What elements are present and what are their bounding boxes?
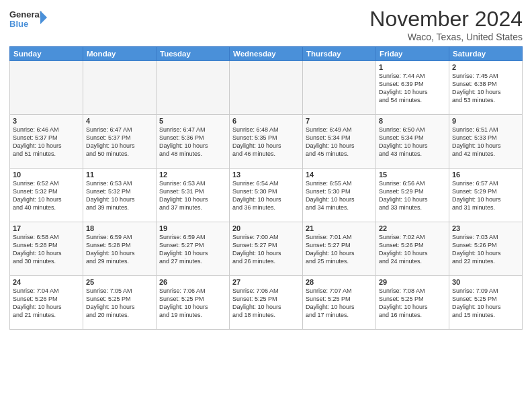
day-number: 29 bbox=[379, 278, 446, 286]
calendar-cell-w3-d6: 16Sunrise: 6:57 AM Sunset: 5:29 PM Dayli… bbox=[449, 169, 523, 222]
calendar-cell-w1-d0 bbox=[10, 61, 83, 115]
day-number: 15 bbox=[379, 171, 446, 179]
day-info: Sunrise: 6:59 AM Sunset: 5:27 PM Dayligh… bbox=[159, 233, 226, 266]
calendar-table: SundayMondayTuesdayWednesdayThursdayFrid… bbox=[9, 46, 523, 330]
day-number: 16 bbox=[452, 171, 519, 179]
day-number: 20 bbox=[232, 224, 300, 232]
calendar-cell-w4-d1: 18Sunrise: 6:59 AM Sunset: 5:28 PM Dayli… bbox=[83, 222, 157, 276]
day-number: 28 bbox=[306, 278, 373, 286]
day-number: 13 bbox=[232, 171, 300, 179]
calendar-cell-w2-d4: 7Sunrise: 6:49 AM Sunset: 5:34 PM Daylig… bbox=[303, 115, 376, 169]
calendar-cell-w1-d2 bbox=[157, 61, 230, 115]
day-info: Sunrise: 7:06 AM Sunset: 5:25 PM Dayligh… bbox=[159, 287, 226, 320]
day-info: Sunrise: 6:47 AM Sunset: 5:37 PM Dayligh… bbox=[86, 126, 153, 158]
calendar-cell-w2-d2: 5Sunrise: 6:47 AM Sunset: 5:36 PM Daylig… bbox=[157, 115, 230, 169]
day-info: Sunrise: 7:00 AM Sunset: 5:27 PM Dayligh… bbox=[232, 233, 300, 266]
calendar-cell-w5-d0: 24Sunrise: 7:04 AM Sunset: 5:26 PM Dayli… bbox=[10, 276, 83, 330]
day-number: 10 bbox=[13, 171, 80, 179]
calendar-cell-w3-d2: 12Sunrise: 6:53 AM Sunset: 5:31 PM Dayli… bbox=[157, 169, 230, 222]
day-number: 26 bbox=[159, 278, 226, 286]
day-number: 7 bbox=[306, 117, 373, 125]
calendar-cell-w5-d5: 29Sunrise: 7:08 AM Sunset: 5:25 PM Dayli… bbox=[376, 276, 449, 330]
calendar-cell-w3-d4: 14Sunrise: 6:55 AM Sunset: 5:30 PM Dayli… bbox=[303, 169, 376, 222]
day-info: Sunrise: 6:59 AM Sunset: 5:28 PM Dayligh… bbox=[86, 233, 153, 266]
day-number: 1 bbox=[379, 63, 446, 71]
day-number: 3 bbox=[13, 117, 80, 125]
day-number: 8 bbox=[379, 117, 446, 125]
day-info: Sunrise: 6:58 AM Sunset: 5:28 PM Dayligh… bbox=[13, 233, 80, 266]
weekday-header-sunday: Sunday bbox=[10, 47, 83, 61]
calendar-cell-w5-d3: 27Sunrise: 7:06 AM Sunset: 5:25 PM Dayli… bbox=[230, 276, 303, 330]
logo-general-text: General bbox=[9, 9, 42, 19]
day-info: Sunrise: 7:06 AM Sunset: 5:25 PM Dayligh… bbox=[232, 287, 300, 320]
weekday-header-row: SundayMondayTuesdayWednesdayThursdayFrid… bbox=[10, 47, 523, 61]
calendar-cell-w4-d4: 21Sunrise: 7:01 AM Sunset: 5:27 PM Dayli… bbox=[303, 222, 376, 276]
calendar-cell-w4-d0: 17Sunrise: 6:58 AM Sunset: 5:28 PM Dayli… bbox=[10, 222, 83, 276]
day-number: 18 bbox=[86, 224, 153, 232]
logo-blue-text: Blue bbox=[9, 19, 28, 29]
weekday-header-wednesday: Wednesday bbox=[230, 47, 303, 61]
calendar-cell-w1-d4 bbox=[303, 61, 376, 115]
calendar-cell-w3-d1: 11Sunrise: 6:53 AM Sunset: 5:32 PM Dayli… bbox=[83, 169, 157, 222]
day-info: Sunrise: 7:05 AM Sunset: 5:25 PM Dayligh… bbox=[86, 287, 153, 320]
calendar-cell-w5-d6: 30Sunrise: 7:09 AM Sunset: 5:25 PM Dayli… bbox=[449, 276, 523, 330]
day-info: Sunrise: 7:03 AM Sunset: 5:26 PM Dayligh… bbox=[452, 233, 519, 266]
calendar-cell-w2-d6: 9Sunrise: 6:51 AM Sunset: 5:33 PM Daylig… bbox=[449, 115, 523, 169]
calendar-cell-w3-d5: 15Sunrise: 6:56 AM Sunset: 5:29 PM Dayli… bbox=[376, 169, 449, 222]
weekday-header-friday: Friday bbox=[376, 47, 449, 61]
day-number: 23 bbox=[452, 224, 519, 232]
calendar-cell-w3-d0: 10Sunrise: 6:52 AM Sunset: 5:32 PM Dayli… bbox=[10, 169, 83, 222]
calendar-cell-w4-d5: 22Sunrise: 7:02 AM Sunset: 5:26 PM Dayli… bbox=[376, 222, 449, 276]
month-title: November 2024 bbox=[369, 7, 523, 32]
location: Waco, Texas, United States bbox=[369, 32, 523, 42]
day-info: Sunrise: 6:55 AM Sunset: 5:30 PM Dayligh… bbox=[306, 179, 373, 212]
day-info: Sunrise: 6:49 AM Sunset: 5:34 PM Dayligh… bbox=[306, 126, 373, 158]
day-number: 30 bbox=[452, 278, 519, 286]
day-info: Sunrise: 6:54 AM Sunset: 5:30 PM Dayligh… bbox=[232, 179, 300, 212]
day-number: 2 bbox=[452, 63, 519, 71]
day-info: Sunrise: 6:52 AM Sunset: 5:32 PM Dayligh… bbox=[13, 179, 80, 212]
calendar-cell-w2-d5: 8Sunrise: 6:50 AM Sunset: 5:34 PM Daylig… bbox=[376, 115, 449, 169]
calendar-cell-w4-d3: 20Sunrise: 7:00 AM Sunset: 5:27 PM Dayli… bbox=[230, 222, 303, 276]
day-info: Sunrise: 7:07 AM Sunset: 5:25 PM Dayligh… bbox=[306, 287, 373, 320]
weekday-header-tuesday: Tuesday bbox=[157, 47, 230, 61]
calendar-cell-w5-d4: 28Sunrise: 7:07 AM Sunset: 5:25 PM Dayli… bbox=[303, 276, 376, 330]
day-info: Sunrise: 6:46 AM Sunset: 5:37 PM Dayligh… bbox=[13, 126, 80, 158]
day-number: 22 bbox=[379, 224, 446, 232]
day-info: Sunrise: 7:02 AM Sunset: 5:26 PM Dayligh… bbox=[379, 233, 446, 266]
calendar-cell-w4-d2: 19Sunrise: 6:59 AM Sunset: 5:27 PM Dayli… bbox=[157, 222, 230, 276]
day-info: Sunrise: 7:01 AM Sunset: 5:27 PM Dayligh… bbox=[306, 233, 373, 266]
day-number: 21 bbox=[306, 224, 373, 232]
calendar-week-1: 1Sunrise: 7:44 AM Sunset: 6:39 PM Daylig… bbox=[10, 61, 523, 115]
weekday-header-thursday: Thursday bbox=[303, 47, 376, 61]
day-number: 6 bbox=[232, 117, 300, 125]
day-info: Sunrise: 7:09 AM Sunset: 5:25 PM Dayligh… bbox=[452, 287, 519, 320]
calendar-cell-w1-d3 bbox=[230, 61, 303, 115]
calendar-cell-w5-d1: 25Sunrise: 7:05 AM Sunset: 5:25 PM Dayli… bbox=[83, 276, 157, 330]
day-info: Sunrise: 6:47 AM Sunset: 5:36 PM Dayligh… bbox=[159, 126, 226, 158]
calendar-cell-w1-d5: 1Sunrise: 7:44 AM Sunset: 6:39 PM Daylig… bbox=[376, 61, 449, 115]
day-info: Sunrise: 6:53 AM Sunset: 5:32 PM Dayligh… bbox=[86, 179, 153, 212]
calendar-cell-w4-d6: 23Sunrise: 7:03 AM Sunset: 5:26 PM Dayli… bbox=[449, 222, 523, 276]
day-info: Sunrise: 7:45 AM Sunset: 6:38 PM Dayligh… bbox=[452, 72, 519, 105]
weekday-header-saturday: Saturday bbox=[449, 47, 523, 61]
logo-svg: General Blue bbox=[9, 7, 47, 32]
calendar-cell-w2-d3: 6Sunrise: 6:48 AM Sunset: 5:35 PM Daylig… bbox=[230, 115, 303, 169]
calendar-week-4: 17Sunrise: 6:58 AM Sunset: 5:28 PM Dayli… bbox=[10, 222, 523, 276]
weekday-header-monday: Monday bbox=[83, 47, 157, 61]
day-number: 14 bbox=[306, 171, 373, 179]
day-info: Sunrise: 7:04 AM Sunset: 5:26 PM Dayligh… bbox=[13, 287, 80, 320]
calendar-cell-w5-d2: 26Sunrise: 7:06 AM Sunset: 5:25 PM Dayli… bbox=[157, 276, 230, 330]
page: General Blue November 2024 Waco, Texas, … bbox=[0, 0, 532, 411]
calendar-cell-w1-d1 bbox=[83, 61, 157, 115]
calendar-cell-w1-d6: 2Sunrise: 7:45 AM Sunset: 6:38 PM Daylig… bbox=[449, 61, 523, 115]
day-number: 12 bbox=[159, 171, 226, 179]
day-number: 9 bbox=[452, 117, 519, 125]
day-number: 5 bbox=[159, 117, 226, 125]
day-number: 19 bbox=[159, 224, 226, 232]
calendar-cell-w2-d0: 3Sunrise: 6:46 AM Sunset: 5:37 PM Daylig… bbox=[10, 115, 83, 169]
calendar-week-5: 24Sunrise: 7:04 AM Sunset: 5:26 PM Dayli… bbox=[10, 276, 523, 330]
day-info: Sunrise: 6:51 AM Sunset: 5:33 PM Dayligh… bbox=[452, 126, 519, 158]
day-info: Sunrise: 6:57 AM Sunset: 5:29 PM Dayligh… bbox=[452, 179, 519, 212]
day-number: 24 bbox=[13, 278, 80, 286]
